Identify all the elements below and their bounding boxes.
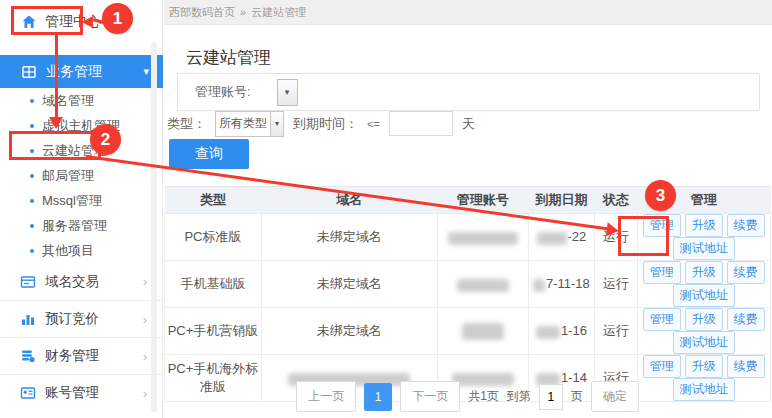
goto-prefix: 到第: [507, 388, 531, 405]
sidebar-group-label: 财务管理: [45, 347, 99, 365]
annotation-box-manage-button: [618, 216, 669, 256]
cell-account: [437, 308, 528, 355]
sidebar-group-label: 预订竞价: [45, 310, 99, 328]
account-filter-box: 管理账号: ▾: [177, 73, 760, 111]
next-page-button[interactable]: 下一页: [400, 381, 460, 412]
renew-button[interactable]: 续费: [727, 261, 765, 284]
annotation-step-1-badge: 1: [102, 3, 133, 34]
table-column-header: 状态: [595, 187, 637, 214]
bullet-icon: [30, 174, 34, 178]
cell-actions: 管理升级续费测试地址: [637, 308, 770, 355]
annotation-line-vertical: [55, 33, 58, 118]
account-select[interactable]: ▾: [277, 79, 298, 106]
sidebar-group-item[interactable]: 财务管理›: [0, 337, 163, 374]
cell-type: PC标准版: [165, 214, 262, 261]
annotation-arrowhead-down: [49, 117, 63, 129]
redacted-text: [457, 279, 509, 292]
expire-days-input[interactable]: [389, 111, 453, 136]
bullet-icon: [30, 124, 34, 128]
query-button[interactable]: 查询: [169, 139, 249, 169]
caret-down-icon: ▾: [143, 65, 149, 78]
expire-label: 到期时间：: [293, 115, 358, 133]
annotation-step-3-badge: 3: [645, 180, 676, 211]
caret-down-icon: ▾: [270, 112, 283, 136]
renew-button[interactable]: 续费: [727, 308, 765, 331]
cell-actions: 管理升级续费测试地址: [637, 261, 770, 308]
annotation-arrow-to-step1: [82, 16, 93, 28]
cell-account: [437, 214, 528, 261]
sidebar-subitem-label: 邮局管理: [42, 167, 94, 185]
cell-type: 手机基础版: [165, 261, 262, 308]
breadcrumb-home-link[interactable]: 西部数码首页: [169, 5, 235, 20]
expire-date-fragment: 1-16: [561, 323, 587, 338]
upgrade-button[interactable]: 升级: [685, 355, 723, 378]
redacted-text: [533, 279, 545, 292]
sidebar-group-item[interactable]: 账号管理›: [0, 374, 163, 411]
manage-button[interactable]: 管理: [643, 308, 681, 331]
sidebar-subitem-label: 服务器管理: [42, 217, 107, 235]
cell-expire-date: 7-11-18: [528, 261, 595, 308]
upgrade-button[interactable]: 升级: [685, 261, 723, 284]
sidebar-subitem-label: 其他项目: [42, 242, 94, 260]
expire-date-fragment: -22: [568, 229, 587, 244]
chart-icon: [20, 311, 36, 327]
expire-operator: <=: [367, 118, 380, 130]
renew-button[interactable]: 续费: [727, 355, 765, 378]
sidebar-group-item[interactable]: 域名交易›: [0, 263, 163, 300]
redacted-text: [536, 326, 560, 339]
sidebar-scrollbar[interactable]: [151, 42, 157, 412]
table-row: 手机基础版未绑定域名7-11-18运行管理升级续费测试地址: [165, 261, 771, 308]
sidebar: 管理中心 业务管理 ▾ 域名管理虚拟主机管理云建站管理邮局管理Mssql管理服务…: [0, 0, 163, 418]
bullet-icon: [30, 249, 34, 253]
redacted-text: [537, 232, 567, 245]
type-select[interactable]: 所有类型 ▾: [215, 111, 284, 137]
expire-date-fragment: 7-11-18: [546, 276, 590, 291]
renew-button[interactable]: 续费: [727, 214, 765, 237]
goto-confirm-button[interactable]: 确定: [591, 381, 639, 412]
app-window: 管理中心 业务管理 ▾ 域名管理虚拟主机管理云建站管理邮局管理Mssql管理服务…: [0, 0, 772, 418]
manage-button[interactable]: 管理: [643, 261, 681, 284]
card-icon: [20, 274, 36, 290]
chevron-right-icon: ›: [143, 274, 147, 289]
cell-type: PC+手机营销版: [165, 308, 262, 355]
sidebar-subitem[interactable]: 其他项目: [0, 238, 163, 263]
sidebar-group-business[interactable]: 业务管理 ▾: [0, 55, 163, 88]
filter-row: 类型： 所有类型 ▾ 到期时间： <= 天: [167, 110, 475, 137]
upgrade-button[interactable]: 升级: [685, 308, 723, 331]
caret-down-icon: ▾: [285, 87, 290, 97]
sidebar-subitem[interactable]: Mssql管理: [0, 188, 163, 213]
test-address-button[interactable]: 测试地址: [673, 331, 735, 354]
total-pages-text: 共1页: [468, 388, 499, 405]
idcard-icon: [20, 385, 36, 401]
sidebar-subitem-label: Mssql管理: [42, 192, 102, 210]
manage-button[interactable]: 管理: [643, 355, 681, 378]
breadcrumb: 西部数码首页 » 云建站管理: [164, 0, 772, 25]
prev-page-button[interactable]: 上一页: [296, 381, 356, 412]
test-address-button[interactable]: 测试地址: [673, 237, 735, 260]
sidebar-subitem[interactable]: 邮局管理: [0, 163, 163, 188]
upgrade-button[interactable]: 升级: [685, 214, 723, 237]
account-label: 管理账号:: [195, 83, 251, 101]
grid-icon: [21, 64, 37, 80]
chevron-right-icon: ›: [143, 312, 147, 327]
sidebar-group-item[interactable]: 预订竞价›: [0, 300, 163, 337]
page-number-active[interactable]: 1: [364, 383, 392, 411]
table-row: PC标准版未绑定域名-22运行管理升级续费测试地址: [165, 214, 771, 261]
type-label: 类型：: [167, 115, 206, 133]
bullet-icon: [30, 99, 34, 103]
redacted-text: [462, 323, 504, 340]
page-title: 云建站管理: [186, 46, 271, 69]
sidebar-subitem-label: 域名管理: [42, 92, 94, 110]
sidebar-groups: 域名交易›预订竞价›财务管理›账号管理›: [0, 263, 163, 411]
sidebar-subitem[interactable]: 服务器管理: [0, 213, 163, 238]
annotation-box-management-center: [11, 6, 83, 35]
type-select-value: 所有类型: [216, 115, 270, 132]
sidebar-group-label: 域名交易: [45, 273, 99, 291]
goto-page-input[interactable]: [539, 384, 563, 410]
test-address-button[interactable]: 测试地址: [673, 284, 735, 307]
sites-table: 类型域名管理账号到期日期状态管理 PC标准版未绑定域名-22运行管理升级续费测试…: [164, 186, 771, 402]
cell-domain: 未绑定域名: [261, 214, 437, 261]
cell-expire-date: 1-16: [528, 308, 595, 355]
sidebar-subitem[interactable]: 域名管理: [0, 88, 163, 113]
pagination: 上一页 1 下一页 共1页 到第 页 确定: [164, 381, 771, 412]
